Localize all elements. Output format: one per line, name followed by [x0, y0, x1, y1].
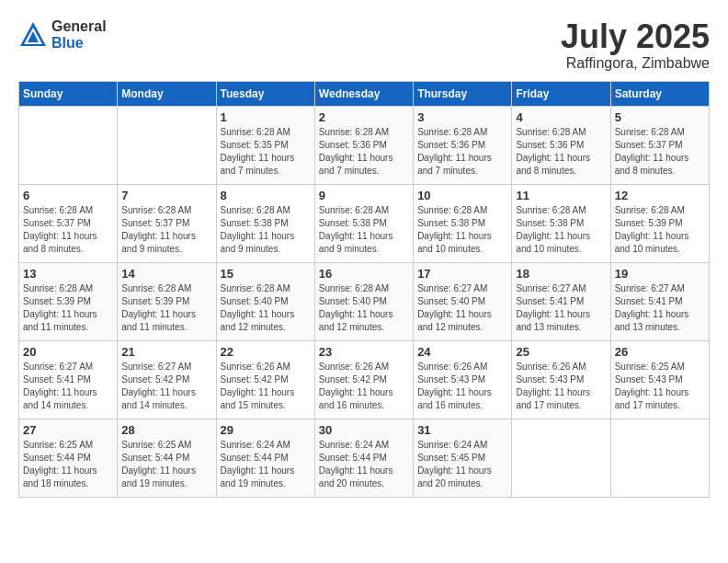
calendar-cell: 17Sunrise: 6:27 AM Sunset: 5:40 PM Dayli…	[414, 262, 512, 340]
logo-blue: Blue	[51, 35, 84, 51]
day-info: Sunrise: 6:24 AM Sunset: 5:44 PM Dayligh…	[319, 439, 409, 490]
weekday-header-cell: Tuesday	[216, 81, 314, 106]
calendar-week-row: 13Sunrise: 6:28 AM Sunset: 5:39 PM Dayli…	[19, 262, 710, 340]
day-number: 27	[23, 423, 113, 437]
day-number: 10	[417, 189, 507, 202]
calendar-cell: 31Sunrise: 6:24 AM Sunset: 5:45 PM Dayli…	[414, 419, 512, 497]
day-number: 12	[615, 189, 705, 202]
weekday-header-cell: Sunday	[19, 81, 118, 106]
day-info: Sunrise: 6:28 AM Sunset: 5:38 PM Dayligh…	[319, 204, 409, 256]
calendar-cell: 5Sunrise: 6:28 AM Sunset: 5:37 PM Daylig…	[610, 106, 709, 184]
calendar-cell: 8Sunrise: 6:28 AM Sunset: 5:38 PM Daylig…	[216, 184, 314, 262]
calendar-cell: 10Sunrise: 6:28 AM Sunset: 5:38 PM Dayli…	[414, 184, 512, 262]
day-info: Sunrise: 6:25 AM Sunset: 5:44 PM Dayligh…	[23, 439, 113, 490]
day-number: 2	[319, 110, 409, 124]
day-number: 20	[23, 345, 113, 359]
day-number: 1	[221, 110, 311, 124]
day-info: Sunrise: 6:26 AM Sunset: 5:42 PM Dayligh…	[319, 361, 409, 412]
day-info: Sunrise: 6:27 AM Sunset: 5:42 PM Dayligh…	[121, 361, 211, 412]
day-number: 17	[417, 267, 507, 281]
day-info: Sunrise: 6:28 AM Sunset: 5:37 PM Dayligh…	[121, 204, 211, 256]
day-info: Sunrise: 6:24 AM Sunset: 5:45 PM Dayligh…	[417, 439, 507, 490]
day-number: 3	[417, 110, 507, 124]
calendar-cell: 2Sunrise: 6:28 AM Sunset: 5:36 PM Daylig…	[314, 106, 413, 184]
day-info: Sunrise: 6:26 AM Sunset: 5:43 PM Dayligh…	[417, 361, 507, 412]
calendar-cell: 20Sunrise: 6:27 AM Sunset: 5:41 PM Dayli…	[19, 340, 118, 419]
day-number: 8	[221, 189, 311, 202]
day-number: 22	[221, 345, 311, 359]
calendar-cell: 29Sunrise: 6:24 AM Sunset: 5:44 PM Dayli…	[216, 419, 314, 497]
calendar-cell: 25Sunrise: 6:26 AM Sunset: 5:43 PM Dayli…	[512, 340, 610, 419]
calendar-cell: 13Sunrise: 6:28 AM Sunset: 5:39 PM Dayli…	[19, 262, 118, 340]
calendar-cell: 24Sunrise: 6:26 AM Sunset: 5:43 PM Dayli…	[414, 340, 512, 419]
calendar-cell: 7Sunrise: 6:28 AM Sunset: 5:37 PM Daylig…	[118, 184, 216, 262]
calendar-table: SundayMondayTuesdayWednesdayThursdayFrid…	[18, 81, 710, 498]
logo-general: General	[51, 18, 107, 34]
day-info: Sunrise: 6:26 AM Sunset: 5:43 PM Dayligh…	[516, 361, 606, 412]
calendar-cell: 28Sunrise: 6:25 AM Sunset: 5:44 PM Dayli…	[118, 419, 216, 497]
calendar-cell: 9Sunrise: 6:28 AM Sunset: 5:38 PM Daylig…	[314, 184, 413, 262]
day-number: 29	[221, 423, 311, 437]
weekday-header-row: SundayMondayTuesdayWednesdayThursdayFrid…	[19, 81, 710, 106]
day-info: Sunrise: 6:28 AM Sunset: 5:40 PM Dayligh…	[221, 282, 311, 334]
logo: General Blue	[18, 18, 107, 52]
calendar-cell: 21Sunrise: 6:27 AM Sunset: 5:42 PM Dayli…	[118, 340, 216, 419]
calendar-cell: 30Sunrise: 6:24 AM Sunset: 5:44 PM Dayli…	[314, 419, 413, 497]
calendar-cell: 6Sunrise: 6:28 AM Sunset: 5:37 PM Daylig…	[19, 184, 118, 262]
weekday-header-cell: Thursday	[414, 81, 512, 106]
calendar-cell: 27Sunrise: 6:25 AM Sunset: 5:44 PM Dayli…	[19, 419, 118, 497]
calendar-body: 1Sunrise: 6:28 AM Sunset: 5:35 PM Daylig…	[19, 106, 710, 497]
calendar-week-row: 20Sunrise: 6:27 AM Sunset: 5:41 PM Dayli…	[19, 340, 710, 419]
day-number: 18	[516, 267, 606, 281]
day-number: 6	[23, 189, 113, 202]
day-info: Sunrise: 6:28 AM Sunset: 5:40 PM Dayligh…	[319, 282, 409, 334]
day-number: 23	[319, 345, 409, 359]
day-info: Sunrise: 6:26 AM Sunset: 5:42 PM Dayligh…	[221, 361, 311, 412]
day-info: Sunrise: 6:28 AM Sunset: 5:36 PM Dayligh…	[417, 126, 507, 178]
day-number: 15	[221, 267, 311, 281]
day-info: Sunrise: 6:25 AM Sunset: 5:43 PM Dayligh…	[615, 361, 705, 412]
day-number: 26	[615, 345, 705, 359]
day-info: Sunrise: 6:28 AM Sunset: 5:35 PM Dayligh…	[221, 126, 311, 178]
day-number: 19	[615, 267, 705, 281]
day-info: Sunrise: 6:27 AM Sunset: 5:41 PM Dayligh…	[615, 282, 705, 334]
day-number: 4	[516, 110, 606, 124]
day-number: 7	[121, 189, 211, 202]
day-info: Sunrise: 6:28 AM Sunset: 5:37 PM Dayligh…	[23, 204, 113, 256]
day-info: Sunrise: 6:24 AM Sunset: 5:44 PM Dayligh…	[221, 439, 311, 490]
day-info: Sunrise: 6:28 AM Sunset: 5:39 PM Dayligh…	[23, 282, 113, 334]
logo-icon	[18, 20, 48, 50]
day-info: Sunrise: 6:28 AM Sunset: 5:36 PM Dayligh…	[516, 126, 606, 178]
weekday-header-cell: Saturday	[610, 81, 709, 106]
day-number: 25	[516, 345, 606, 359]
day-number: 13	[23, 267, 113, 281]
day-info: Sunrise: 6:28 AM Sunset: 5:39 PM Dayligh…	[121, 282, 211, 334]
day-info: Sunrise: 6:27 AM Sunset: 5:41 PM Dayligh…	[516, 282, 606, 334]
day-number: 30	[319, 423, 409, 437]
day-info: Sunrise: 6:25 AM Sunset: 5:44 PM Dayligh…	[121, 439, 211, 490]
calendar-week-row: 6Sunrise: 6:28 AM Sunset: 5:37 PM Daylig…	[19, 184, 710, 262]
day-number: 21	[121, 345, 211, 359]
calendar-cell	[610, 419, 709, 497]
calendar-cell: 3Sunrise: 6:28 AM Sunset: 5:36 PM Daylig…	[414, 106, 512, 184]
location-title: Raffingora, Zimbabwe	[561, 55, 710, 72]
day-info: Sunrise: 6:28 AM Sunset: 5:38 PM Dayligh…	[221, 204, 311, 256]
calendar-cell: 19Sunrise: 6:27 AM Sunset: 5:41 PM Dayli…	[610, 262, 709, 340]
day-info: Sunrise: 6:27 AM Sunset: 5:40 PM Dayligh…	[417, 282, 507, 334]
calendar-week-row: 27Sunrise: 6:25 AM Sunset: 5:44 PM Dayli…	[19, 419, 710, 497]
calendar-cell: 11Sunrise: 6:28 AM Sunset: 5:38 PM Dayli…	[512, 184, 610, 262]
calendar-cell: 26Sunrise: 6:25 AM Sunset: 5:43 PM Dayli…	[610, 340, 709, 419]
calendar-cell: 23Sunrise: 6:26 AM Sunset: 5:42 PM Dayli…	[314, 340, 413, 419]
day-info: Sunrise: 6:28 AM Sunset: 5:38 PM Dayligh…	[417, 204, 507, 256]
logo-text: General Blue	[51, 18, 107, 52]
day-number: 31	[417, 423, 507, 437]
calendar-cell	[118, 106, 216, 184]
title-block: July 2025 Raffingora, Zimbabwe	[561, 18, 710, 72]
calendar-cell: 16Sunrise: 6:28 AM Sunset: 5:40 PM Dayli…	[314, 262, 413, 340]
calendar-cell: 18Sunrise: 6:27 AM Sunset: 5:41 PM Dayli…	[512, 262, 610, 340]
day-number: 11	[516, 189, 606, 202]
weekday-header-cell: Friday	[512, 81, 610, 106]
calendar-cell	[512, 419, 610, 497]
calendar-cell	[19, 106, 118, 184]
weekday-header-cell: Monday	[118, 81, 216, 106]
